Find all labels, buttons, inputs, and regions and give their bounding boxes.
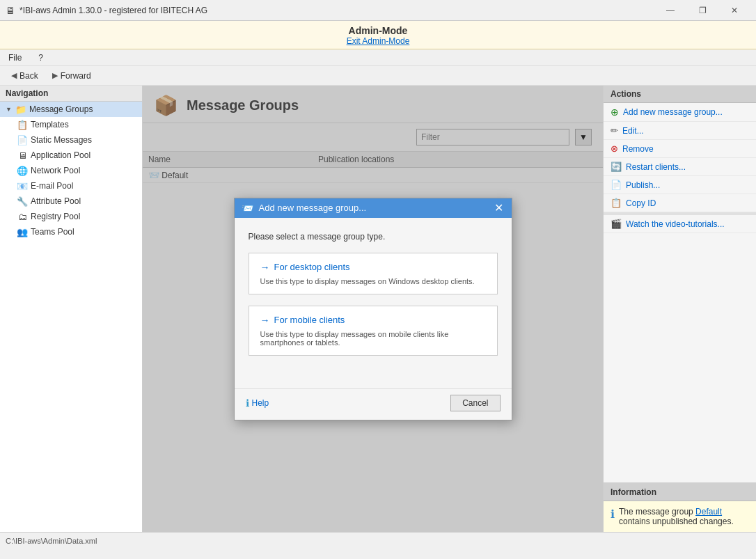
expand-icon-message-groups: ▼ <box>6 106 13 113</box>
modal-overlay: 📨 Add new message group... ✕ Please sele… <box>143 86 603 532</box>
admin-mode-title: Admin-Mode <box>0 25 756 36</box>
static-messages-icon: 📄 <box>17 134 28 145</box>
status-bar: C:\IBI-aws\Admin\Data.xml <box>0 532 756 549</box>
nav-label-templates: Templates <box>31 120 69 129</box>
sidebar-item-templates[interactable]: 📋 Templates <box>0 117 142 132</box>
action-add-new[interactable]: ⊕ Add new message group... <box>604 103 756 122</box>
desktop-arrow-icon: → <box>260 262 270 273</box>
mobile-arrow-icon: → <box>260 315 270 326</box>
modal-title-icon: 📨 <box>242 203 253 214</box>
desktop-clients-option[interactable]: → For desktop clients Use this type to d… <box>249 253 498 294</box>
back-button[interactable]: ◀ Back <box>6 70 44 82</box>
templates-icon: 📋 <box>17 119 28 130</box>
email-pool-icon: 📧 <box>17 180 28 191</box>
action-edit[interactable]: ✏ Edit... <box>604 122 756 140</box>
sidebar-item-attribute-pool[interactable]: 🔧 Attribute Pool <box>0 194 142 209</box>
modal-titlebar: 📨 Add new message group... ✕ <box>235 198 512 218</box>
watch-tutorials-icon: 🎬 <box>611 219 622 229</box>
action-restart-label: Restart clients... <box>626 162 686 172</box>
sidebar-item-application-pool[interactable]: 🖥 Application Pool <box>0 148 142 163</box>
modal-body: Please select a message group type. → Fo… <box>235 218 512 386</box>
publish-icon: 📄 <box>611 180 622 190</box>
teams-pool-icon: 👥 <box>17 226 28 237</box>
action-copy-id-label: Copy ID <box>626 198 656 208</box>
edit-icon: ✏ <box>611 125 618 136</box>
sidebar-item-teams-pool[interactable]: 👥 Teams Pool <box>0 224 142 239</box>
menu-bar: File ? <box>0 49 756 66</box>
actions-header: Actions <box>604 86 756 103</box>
sidebar-item-email-pool[interactable]: 📧 E-mail Pool <box>0 178 142 194</box>
mobile-clients-option[interactable]: → For mobile clients Use this type to di… <box>249 306 498 356</box>
action-edit-label: Edit... <box>622 126 644 136</box>
message-groups-icon: 📁 <box>15 104 26 115</box>
action-publish[interactable]: 📄 Publish... <box>604 176 756 194</box>
nav-label-message-groups: Message Groups <box>29 104 93 114</box>
sidebar: Navigation ▼ 📁 Message Groups 📋 Template… <box>0 86 143 532</box>
actions-spacer <box>604 233 756 482</box>
back-arrow-icon: ◀ <box>11 71 17 80</box>
info-text-before: The message group <box>619 507 695 517</box>
back-label: Back <box>19 71 38 81</box>
toolbar: ◀ Back ▶ Forward <box>0 66 756 86</box>
information-content: ℹ The message group Default contains unp… <box>604 501 756 532</box>
action-copy-id[interactable]: 📋 Copy ID <box>604 194 756 212</box>
minimize-button[interactable]: — <box>654 0 686 21</box>
nav-label-registry-pool: Registry Pool <box>31 212 80 221</box>
nav-label-application-pool: Application Pool <box>31 150 90 160</box>
add-new-icon: ⊕ <box>611 107 619 118</box>
forward-button[interactable]: ▶ Forward <box>47 70 97 82</box>
information-panel: Information ℹ The message group Default … <box>604 482 756 532</box>
mobile-clients-title: → For mobile clients <box>260 315 486 326</box>
navigation-header: Navigation <box>0 86 142 102</box>
cancel-button[interactable]: Cancel <box>450 395 500 411</box>
title-bar-controls: — ❐ ✕ <box>654 0 750 21</box>
modal-instruction: Please select a message group type. <box>249 232 498 242</box>
title-bar-left: 🖥 *IBI-aws Admin 1.30.0 - registered for… <box>6 5 207 16</box>
status-path: C:\IBI-aws\Admin\Data.xml <box>6 537 97 545</box>
forward-arrow-icon: ▶ <box>52 71 58 80</box>
exit-admin-mode-link[interactable]: Exit Admin-Mode <box>347 36 410 46</box>
forward-label: Forward <box>61 71 91 81</box>
network-pool-icon: 🌐 <box>17 165 28 176</box>
menu-help[interactable]: ? <box>36 52 46 64</box>
main-layout: Navigation ▼ 📁 Message Groups 📋 Template… <box>0 86 756 532</box>
mobile-clients-desc: Use this type to display messages on mob… <box>260 330 486 347</box>
registry-pool-icon: 🗂 <box>17 211 28 222</box>
action-remove[interactable]: ⊗ Remove <box>604 140 756 158</box>
title-bar: 🖥 *IBI-aws Admin 1.30.0 - registered for… <box>0 0 756 21</box>
action-add-new-label: Add new message group... <box>623 107 723 117</box>
action-watch-tutorials-label: Watch the video-tutorials... <box>626 219 725 229</box>
attribute-pool-icon: 🔧 <box>17 196 28 207</box>
modal-close-button[interactable]: ✕ <box>493 203 505 214</box>
restart-icon: 🔄 <box>611 162 622 172</box>
info-text-after: contains unpublished changes. <box>619 517 734 526</box>
help-label: Help <box>252 398 269 408</box>
nav-label-attribute-pool: Attribute Pool <box>31 196 81 206</box>
add-message-group-modal: 📨 Add new message group... ✕ Please sele… <box>234 198 512 420</box>
sidebar-item-network-pool[interactable]: 🌐 Network Pool <box>0 163 142 178</box>
nav-label-teams-pool: Teams Pool <box>31 227 74 237</box>
action-watch-tutorials[interactable]: 🎬 Watch the video-tutorials... <box>604 215 756 233</box>
maximize-button[interactable]: ❐ <box>686 0 718 21</box>
modal-title: Add new message group... <box>259 203 367 213</box>
close-button[interactable]: ✕ <box>718 0 750 21</box>
action-publish-label: Publish... <box>626 180 660 190</box>
desktop-clients-desc: Use this type to display messages on Win… <box>260 277 486 285</box>
sidebar-item-registry-pool[interactable]: 🗂 Registry Pool <box>0 209 142 224</box>
sidebar-item-static-messages[interactable]: 📄 Static Messages <box>0 132 142 148</box>
nav-label-network-pool: Network Pool <box>31 166 80 175</box>
menu-file[interactable]: File <box>6 52 24 64</box>
help-link[interactable]: ℹ Help <box>246 397 269 409</box>
desktop-clients-title: → For desktop clients <box>260 262 486 273</box>
info-icon: ℹ <box>611 507 615 521</box>
modal-title-left: 📨 Add new message group... <box>242 203 367 214</box>
sidebar-item-message-groups[interactable]: ▼ 📁 Message Groups <box>0 102 142 117</box>
information-header: Information <box>604 484 756 501</box>
admin-banner: Admin-Mode Exit Admin-Mode <box>0 21 756 49</box>
info-text: The message group Default contains unpub… <box>619 507 749 526</box>
nav-label-email-pool: E-mail Pool <box>31 181 73 191</box>
info-default-link[interactable]: Default <box>695 507 722 517</box>
window-title: *IBI-aws Admin 1.30.0 - registered for I… <box>19 6 207 15</box>
action-remove-label: Remove <box>622 144 654 154</box>
action-restart[interactable]: 🔄 Restart clients... <box>604 158 756 176</box>
